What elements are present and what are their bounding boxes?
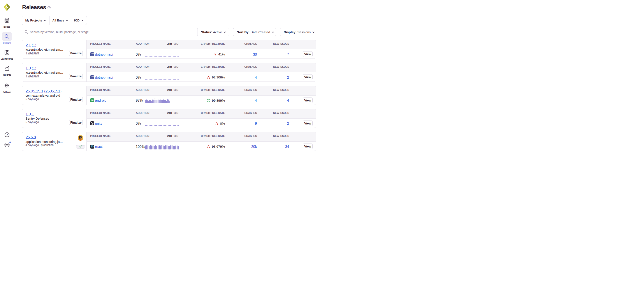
svg-text:?: ? (48, 7, 50, 9)
svg-text:MAUI: MAUI (91, 54, 93, 56)
svg-text:MAUI: MAUI (91, 77, 93, 79)
svg-text:?: ? (6, 133, 8, 136)
